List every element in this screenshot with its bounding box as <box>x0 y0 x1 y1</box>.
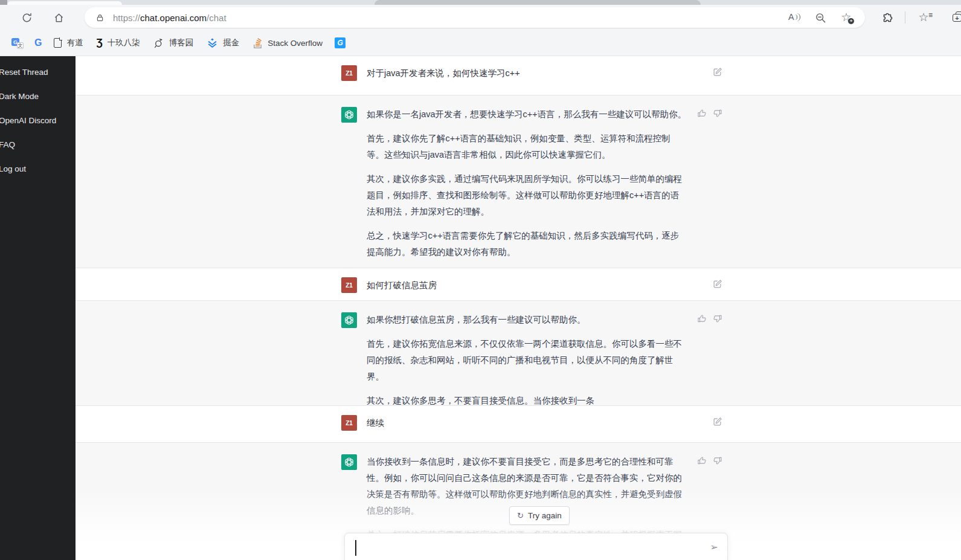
thumbs-down-icon <box>713 108 723 118</box>
refresh-icon <box>21 12 33 24</box>
user-message-text: 继续 <box>367 415 687 431</box>
bookmarks-bar: G 文 G 有道 Ʒ 十玖八柒 博客园 掘金 <box>0 30 961 56</box>
read-aloud-wave-large <box>797 13 800 21</box>
bookmark-shijiubaqi[interactable]: Ʒ 十玖八柒 <box>89 34 146 52</box>
assistant-paragraph: 首先，建议你拓宽信息来源，不仅仅依靠一两个渠道获取信息。你可以多看一些不同的报纸… <box>367 336 687 385</box>
chatgpt-avatar <box>341 312 357 328</box>
thumbs-down-button[interactable] <box>713 108 723 118</box>
user-message-row: Z1 如何打破信息茧房 <box>76 268 961 300</box>
shijiubaqi-icon: Ʒ <box>96 37 102 49</box>
home-button[interactable] <box>48 7 69 28</box>
thumbs-up-button[interactable] <box>696 314 707 324</box>
openai-logo-icon <box>344 315 355 326</box>
url-scheme: https:// <box>113 13 140 23</box>
thumbs-up-icon <box>696 314 707 324</box>
favorites-lines-icon: ≡ <box>928 11 933 19</box>
zoom-out-button[interactable] <box>815 12 826 24</box>
zoom-out-icon <box>815 12 826 24</box>
translate-wen-box: 文 <box>17 42 24 49</box>
edit-icon <box>712 278 723 289</box>
bookmark-label: Stack Overflow <box>268 39 323 48</box>
edit-icon <box>712 66 723 77</box>
edit-icon <box>712 416 723 427</box>
thumbs-down-icon <box>713 314 723 324</box>
send-button[interactable]: ➢ <box>710 541 718 553</box>
openai-logo-icon <box>344 109 355 120</box>
sidebar-item-log-out[interactable]: Log out <box>0 156 76 181</box>
thumbs-up-button[interactable] <box>696 108 707 118</box>
assistant-message-row: 如果你想打破信息茧房，那么我有一些建议可以帮助你。 首先，建议你拓宽信息来源，不… <box>76 300 961 406</box>
edit-message-button[interactable] <box>712 416 723 427</box>
bookmark-juejin[interactable]: 掘金 <box>200 34 246 52</box>
page-icon <box>54 38 62 48</box>
home-icon <box>53 12 65 24</box>
assistant-paragraph: 如果你想打破信息茧房，那么我有一些建议可以帮助你。 <box>367 312 687 328</box>
window-corner <box>0 0 7 5</box>
blue-g-icon: G <box>335 37 346 48</box>
bookmark-cnblogs[interactable]: 博客园 <box>147 34 201 52</box>
read-aloud-button[interactable]: A <box>788 11 802 24</box>
edit-message-button[interactable] <box>712 278 723 289</box>
thumbs-up-button[interactable] <box>696 455 707 466</box>
stackoverflow-icon <box>252 37 263 49</box>
address-bar[interactable]: https://chat.openai.com/chat A ☆ + <box>85 7 865 28</box>
translate-icon: G 文 <box>11 37 24 49</box>
try-again-button[interactable]: ↻ Try again <box>509 506 570 525</box>
thumbs-down-button[interactable] <box>713 455 723 466</box>
sidebar-item-dark-mode[interactable]: Dark Mode <box>0 84 76 108</box>
favorites-bar-button[interactable]: ☆ ≡ <box>913 7 934 28</box>
message-input[interactable]: ➢ <box>344 533 728 560</box>
assistant-paragraph: 总之，快速学习c++语言需要你先了解它的基础知识，然后多实践编写代码，逐步提高能… <box>367 228 687 260</box>
user-avatar: Z1 <box>341 65 357 81</box>
browser-toolbar: https://chat.openai.com/chat A ☆ + <box>0 5 961 30</box>
collections-button[interactable]: + <box>948 7 961 28</box>
juejin-icon <box>207 38 218 48</box>
collections-card-front-plus-icon: + <box>953 14 961 22</box>
user-message-row: Z1 对于java开发者来说，如何快速学习c++ <box>76 56 961 95</box>
user-avatar: Z1 <box>341 277 357 293</box>
read-aloud-icon: A <box>788 12 794 22</box>
chatgpt-sidebar: Reset Thread Dark Mode OpenAI Discord FA… <box>0 56 76 560</box>
edit-message-button[interactable] <box>712 66 723 77</box>
cnblogs-icon <box>153 37 164 48</box>
chatgpt-avatar <box>341 454 357 470</box>
tab-strip <box>0 0 961 5</box>
bookmark-youdao[interactable]: 有道 <box>47 34 89 52</box>
extensions-button[interactable] <box>877 7 898 28</box>
refresh-button[interactable] <box>16 7 37 28</box>
toolbar-divider <box>905 11 905 24</box>
chatgpt-avatar <box>341 107 357 123</box>
bookmark-stackoverflow[interactable]: Stack Overflow <box>246 34 329 52</box>
text-cursor <box>355 540 356 556</box>
bookmark-label: 十玖八柒 <box>108 37 140 48</box>
retry-icon: ↻ <box>517 511 524 520</box>
sidebar-item-reset-thread[interactable]: Reset Thread <box>0 60 76 84</box>
user-avatar: Z1 <box>341 415 357 431</box>
assistant-paragraph: 如果你是一名java开发者，想要快速学习c++语言，那么我有一些建议可以帮助你。 <box>367 106 687 123</box>
try-again-label: Try again <box>528 511 562 520</box>
inactive-tab[interactable] <box>374 0 701 5</box>
thumbs-down-button[interactable] <box>713 314 723 324</box>
add-favorite-button[interactable]: ☆ + <box>840 11 853 24</box>
assistant-message-text: 如果你想打破信息茧房，那么我有一些建议可以帮助你。 首先，建议你拓宽信息来源，不… <box>367 312 687 417</box>
bookmark-translate[interactable]: G 文 <box>6 34 29 52</box>
chat-main: Z1 对于java开发者来说，如何快速学习c++ <box>76 56 961 560</box>
bookmark-label: 有道 <box>66 37 83 48</box>
sidebar-item-openai-discord[interactable]: OpenAI Discord <box>0 108 76 132</box>
url-path: /chat <box>207 13 227 23</box>
thumbs-up-icon <box>696 455 707 466</box>
lock-icon[interactable] <box>95 13 104 23</box>
bookmark-label: 博客园 <box>169 37 194 48</box>
bookmark-g-site[interactable]: G <box>329 34 351 52</box>
google-g-icon: G <box>34 37 42 48</box>
assistant-paragraph: 其次，建议你多实践，通过编写代码来巩固所学知识。你可以练习一些简单的编程题目，例… <box>367 171 687 220</box>
user-message-text: 如何打破信息茧房 <box>367 277 687 293</box>
url-text: https://chat.openai.com/chat <box>113 13 227 23</box>
assistant-message-row: 如果你是一名java开发者，想要快速学习c++语言，那么我有一些建议可以帮助你。… <box>76 95 961 268</box>
bookmark-google[interactable]: G <box>29 34 47 52</box>
assistant-paragraph: 首先，建议你先了解c++语言的基础知识，例如变量、类型、运算符和流程控制等。这些… <box>367 130 687 163</box>
extensions-puzzle-icon <box>881 11 894 24</box>
url-host: chat.openai.com <box>140 13 207 23</box>
plus-badge: + <box>848 18 854 24</box>
sidebar-item-faq[interactable]: FAQ <box>0 132 76 156</box>
